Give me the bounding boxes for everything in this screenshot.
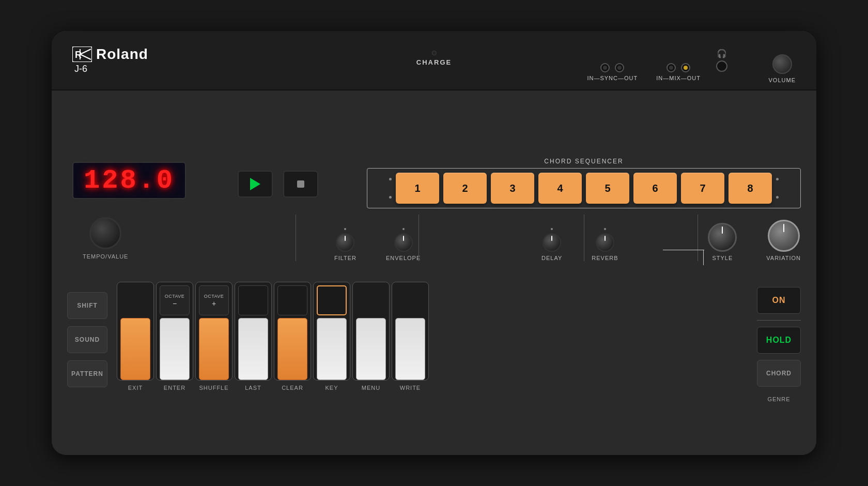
envelope-label: ENVELOPE [386, 255, 421, 261]
chord-btn-label: CHORD [766, 370, 792, 377]
seq-dot [389, 196, 392, 199]
charge-area: CHARGE [416, 51, 452, 66]
volume-knob[interactable] [772, 54, 792, 74]
envelope-dot [402, 228, 405, 230]
hold-button[interactable]: HOLD [757, 327, 801, 354]
exit-label: EXIT [128, 385, 143, 391]
clear-key[interactable] [277, 318, 307, 380]
transport-section [238, 171, 318, 198]
variation-knob-group: VARIATION [766, 220, 801, 261]
key-group-shuffle: OCTAVE + SHUFFLE [195, 282, 233, 391]
shift-button[interactable]: SHIFT [67, 292, 107, 319]
top-bar: R Roland J-6 CHARGE IN—SYNC—OUT [52, 31, 816, 90]
model-name: J-6 [74, 64, 148, 74]
seq-dot [776, 178, 779, 180]
chord-seq-btn-2[interactable]: 2 [443, 173, 487, 204]
left-buttons: SHIFT SOUND PATTERN [67, 292, 107, 387]
display-section: 128.0 [72, 162, 196, 203]
charge-led [432, 51, 437, 55]
roland-icon: R [72, 47, 92, 62]
chord-seq-box: 1 2 3 4 5 6 7 8 [367, 168, 801, 208]
reverb-knob[interactable] [596, 233, 614, 252]
envelope-knob[interactable] [394, 233, 413, 252]
style-label: STYLE [712, 255, 733, 261]
chord-seq-btn-1[interactable]: 1 [396, 173, 439, 204]
key-group-key: KEY [313, 282, 350, 391]
divider-1 [296, 215, 296, 261]
chord-seq-btn-3[interactable]: 3 [491, 173, 534, 204]
style-knob[interactable] [708, 223, 737, 252]
variation-label: VARIATION [766, 255, 801, 261]
variation-vert-line [703, 250, 704, 265]
chord-seq-btn-4[interactable]: 4 [538, 173, 582, 204]
stop-button[interactable] [283, 171, 318, 198]
pattern-button[interactable]: PATTERN [67, 360, 107, 387]
key-white-key[interactable] [317, 318, 347, 380]
play-button[interactable] [238, 171, 273, 198]
right-panel: ON HOLD CHORD GENRE [757, 287, 801, 402]
mix-out-jack [681, 63, 690, 72]
delay-knob-group: DELAY [541, 228, 562, 261]
key-label-text: KEY [325, 385, 338, 391]
last-label: LAST [245, 385, 261, 391]
keys-section: SHIFT SOUND PATTERN EXIT [67, 282, 801, 445]
key-group-exit: EXIT [117, 282, 154, 391]
enter-label: ENTER [164, 385, 185, 391]
on-button[interactable]: ON [757, 287, 801, 314]
seq-dot [776, 196, 779, 199]
divider-2 [419, 215, 419, 261]
seq-dot [389, 178, 392, 180]
tempo-label: TEMPO/VALUE [83, 253, 128, 260]
genre-label: GENRE [757, 396, 801, 402]
volume-group: VOLUME [769, 31, 796, 90]
octave-minus-key[interactable]: OCTAVE − [160, 285, 190, 315]
key-group-clear: CLEAR [274, 282, 311, 391]
sync-in-jack [600, 63, 610, 72]
charge-label: CHARGE [416, 58, 452, 66]
mix-label: IN—MIX—OUT [656, 75, 701, 81]
key-group-enter: OCTAVE − ENTER [156, 282, 193, 391]
sound-button[interactable]: SOUND [67, 326, 107, 353]
svg-line-4 [80, 54, 91, 59]
exit-key[interactable] [120, 318, 150, 380]
clear-black-key[interactable] [277, 285, 307, 315]
enter-key[interactable] [160, 318, 190, 380]
key-group-last: LAST [235, 282, 272, 391]
connectors-area: IN—SYNC—OUT IN—MIX—OUT 🎧 [578, 31, 734, 90]
last-black-key[interactable] [238, 285, 268, 315]
tempo-knob[interactable] [89, 217, 121, 249]
mix-connector-group: IN—MIX—OUT [656, 63, 701, 81]
key-group-write: WRITE [392, 282, 429, 391]
sync-connector-group: IN—SYNC—OUT [587, 63, 638, 81]
chord-seq-btn-7[interactable]: 7 [681, 173, 724, 204]
play-icon [250, 178, 260, 190]
delay-label: DELAY [541, 255, 562, 261]
chord-genre-button[interactable]: CHORD [757, 360, 801, 387]
key-black-key[interactable] [317, 285, 347, 315]
variation-knob[interactable] [768, 220, 800, 252]
chord-sequencer: CHORD SEQUENCER 1 2 3 4 5 6 7 8 [367, 158, 801, 208]
headphone-group: 🎧 [716, 49, 727, 81]
chord-seq-label: CHORD SEQUENCER [367, 158, 801, 165]
reverb-knob-group: REVERB [592, 228, 618, 261]
roland-logo: R Roland J-6 [72, 46, 148, 74]
chord-seq-btn-5[interactable]: 5 [586, 173, 629, 204]
chord-seq-btn-8[interactable]: 8 [729, 173, 772, 204]
shuffle-label: SHUFFLE [199, 385, 228, 391]
filter-label: FILTER [334, 255, 357, 261]
menu-key[interactable] [356, 318, 386, 380]
style-knob-group: STYLE [708, 223, 737, 261]
shuffle-key[interactable] [199, 318, 229, 380]
reverb-label: REVERB [592, 255, 618, 261]
delay-knob[interactable] [542, 233, 561, 252]
write-key[interactable] [395, 318, 425, 380]
key-group-menu: MENU [352, 282, 390, 391]
sync-label: IN—SYNC—OUT [587, 75, 638, 81]
reverb-dot [604, 228, 606, 230]
seq-dots-right [776, 178, 779, 199]
octave-plus-key[interactable]: OCTAVE + [199, 285, 229, 315]
filter-knob[interactable] [336, 233, 354, 252]
chord-seq-btn-6[interactable]: 6 [633, 173, 677, 204]
sync-out-jack [615, 63, 624, 72]
last-key[interactable] [238, 318, 268, 380]
